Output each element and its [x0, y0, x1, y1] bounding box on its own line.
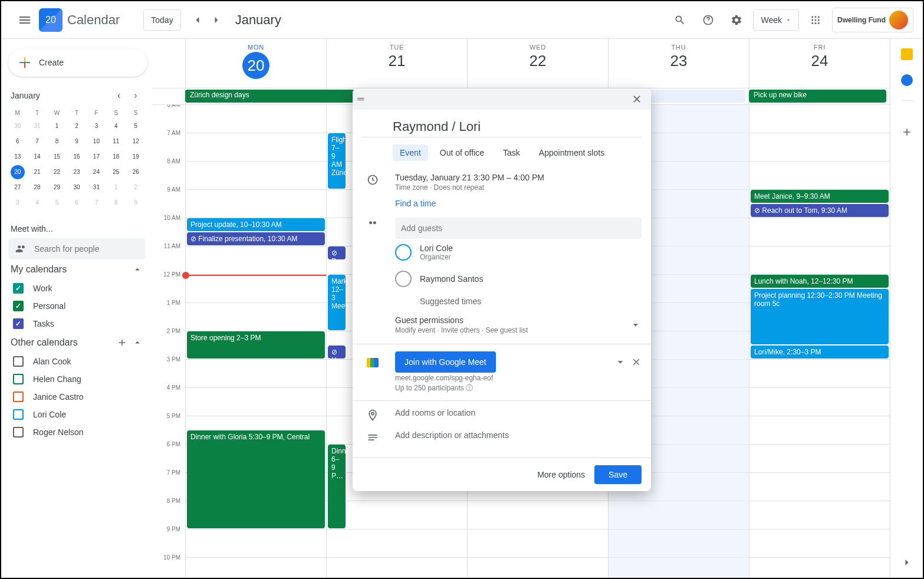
- mini-day[interactable]: 10: [89, 134, 103, 149]
- calendar-item[interactable]: Work: [11, 279, 143, 297]
- mini-day[interactable]: 27: [11, 180, 25, 195]
- mini-day[interactable]: 30: [11, 119, 25, 133]
- calendar-item[interactable]: Lori Cole: [11, 406, 143, 423]
- mini-day[interactable]: 20: [11, 165, 25, 179]
- event-type-tab[interactable]: Task: [496, 144, 527, 161]
- join-meet-button[interactable]: Join with Google Meet: [395, 351, 496, 373]
- event-type-tab[interactable]: Event: [393, 144, 428, 161]
- calendar-item[interactable]: Alan Cook: [11, 353, 143, 370]
- event-type-tab[interactable]: Appointment slots: [532, 144, 611, 161]
- add-calendar-icon[interactable]: [117, 337, 127, 348]
- calendar-item[interactable]: Tasks: [11, 315, 143, 333]
- add-description-field[interactable]: Add description or attachments: [395, 430, 642, 443]
- keep-icon[interactable]: [901, 48, 913, 60]
- mini-day[interactable]: 16: [70, 150, 84, 164]
- suggested-times-link[interactable]: Suggested times: [395, 292, 642, 306]
- mini-day[interactable]: 17: [89, 150, 103, 164]
- allday-event[interactable]: Pick up new bike: [749, 90, 886, 103]
- calendar-item[interactable]: Janice Castro: [11, 388, 143, 406]
- mini-day[interactable]: 9: [70, 134, 84, 149]
- mini-day[interactable]: 30: [70, 180, 84, 195]
- calendar-event[interactable]: ⊘ Finalize presentation, 10:30 AM: [187, 232, 325, 245]
- day-column[interactable]: Project update, 10–10:30 AM⊘ Finalize pr…: [185, 105, 326, 578]
- find-time-link[interactable]: Find a time: [395, 199, 642, 208]
- mini-day[interactable]: 21: [30, 165, 44, 179]
- mini-day[interactable]: 11: [109, 134, 123, 149]
- mini-day[interactable]: 24: [89, 165, 103, 179]
- mini-day[interactable]: 8: [109, 196, 123, 210]
- mini-day[interactable]: 29: [50, 180, 64, 195]
- other-calendars-toggle[interactable]: Other calendars: [6, 333, 147, 353]
- guest-item[interactable]: Raymond Santos: [395, 266, 642, 292]
- next-week-button[interactable]: [207, 11, 226, 29]
- calendar-checkbox[interactable]: [13, 318, 24, 329]
- mini-day[interactable]: 15: [50, 150, 64, 164]
- my-calendars-toggle[interactable]: My calendars: [6, 259, 147, 279]
- mini-day[interactable]: 12: [129, 134, 143, 149]
- mini-next-button[interactable]: ›: [129, 88, 143, 103]
- mini-day[interactable]: 4: [109, 119, 123, 133]
- chevron-down-icon[interactable]: [614, 356, 626, 368]
- mini-day[interactable]: 3: [11, 196, 25, 210]
- tasks-icon[interactable]: [901, 74, 913, 86]
- remove-meet-icon[interactable]: [631, 357, 642, 367]
- mini-day[interactable]: 13: [11, 150, 25, 164]
- calendar-item[interactable]: Roger Nelson: [11, 423, 143, 441]
- mini-day[interactable]: 7: [89, 196, 103, 210]
- help-icon[interactable]: [696, 8, 720, 32]
- day-header[interactable]: THU23: [608, 39, 749, 88]
- mini-day[interactable]: 23: [70, 165, 84, 179]
- day-header[interactable]: FRI24: [749, 39, 890, 88]
- search-icon[interactable]: [668, 8, 692, 32]
- calendar-event[interactable]: Meet Janice, 9–9:30 AM: [751, 190, 889, 203]
- calendar-event[interactable]: Store opening 2–3 PM: [187, 331, 325, 358]
- close-button[interactable]: [627, 90, 646, 108]
- mini-prev-button[interactable]: ‹: [112, 88, 126, 103]
- mini-day[interactable]: 6: [70, 196, 84, 210]
- calendar-item[interactable]: Helen Chang: [11, 370, 143, 388]
- mini-day[interactable]: 2: [129, 180, 143, 195]
- mini-day[interactable]: 9: [129, 196, 143, 210]
- today-button[interactable]: Today: [143, 9, 180, 31]
- create-button[interactable]: Create: [8, 48, 147, 77]
- calendar-event[interactable]: Project update, 10–10:30 AM: [187, 218, 325, 231]
- mini-day[interactable]: 7: [30, 134, 44, 149]
- event-tz-repeat[interactable]: Time zone · Does not repeat: [395, 183, 642, 192]
- day-header[interactable]: WED22: [467, 39, 608, 88]
- event-title-input[interactable]: [362, 119, 642, 137]
- calendar-item[interactable]: Personal: [11, 297, 143, 315]
- org-account-badge[interactable]: Dwelling Fund: [832, 8, 913, 32]
- mini-day[interactable]: 5: [129, 119, 143, 133]
- mini-day[interactable]: 4: [30, 196, 44, 210]
- main-menu-button[interactable]: [11, 6, 39, 34]
- calendar-event[interactable]: ⊘ Reach out to Tom, 9:30 AM: [751, 204, 889, 217]
- calendar-event[interactable]: ⊘ Pre…: [328, 246, 346, 259]
- calendar-checkbox[interactable]: [13, 409, 24, 420]
- event-type-tab[interactable]: Out of office: [433, 144, 491, 161]
- search-people-field[interactable]: [8, 238, 145, 259]
- calendar-event[interactable]: ⊘ Up…: [328, 346, 346, 358]
- calendar-event[interactable]: Flight 7–9 AM Zürich: [328, 133, 346, 189]
- add-addon-icon[interactable]: [901, 126, 913, 138]
- mini-day[interactable]: 25: [109, 165, 123, 179]
- settings-gear-icon[interactable]: [725, 8, 748, 32]
- calendar-event[interactable]: Marke… 12–3 Meeti…: [328, 275, 346, 330]
- chevron-right-icon[interactable]: [901, 557, 913, 568]
- mini-day[interactable]: 31: [89, 180, 103, 195]
- calendar-checkbox[interactable]: [13, 301, 24, 311]
- mini-day[interactable]: 1: [50, 119, 64, 133]
- mini-day[interactable]: 18: [109, 150, 123, 164]
- chevron-down-icon[interactable]: [630, 319, 642, 331]
- mini-day[interactable]: 5: [50, 196, 64, 210]
- calendar-event[interactable]: Dinner with Gloria 5:30–9 PM, Central: [187, 430, 325, 528]
- event-datetime[interactable]: Tuesday, January 21 3:30 PM – 4:00 PM: [395, 173, 642, 182]
- apps-grid-icon[interactable]: [804, 8, 827, 32]
- day-header[interactable]: MON20: [185, 39, 326, 88]
- mini-day[interactable]: 22: [50, 165, 64, 179]
- mini-day[interactable]: 2: [70, 119, 84, 133]
- mini-day[interactable]: 6: [11, 134, 25, 149]
- calendar-event[interactable]: Lunch with Noah, 12–12:30 PM: [751, 275, 889, 288]
- calendar-event[interactable]: Dinne… 6–9 P…: [328, 445, 346, 528]
- mini-day[interactable]: 1: [109, 180, 123, 195]
- calendar-checkbox[interactable]: [13, 374, 24, 384]
